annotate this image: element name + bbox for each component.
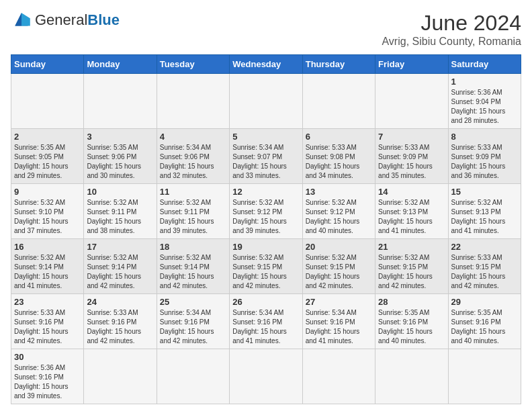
calendar-cell [375,74,448,129]
day-number: 13 [306,187,372,197]
day-info: Sunrise: 5:32 AM Sunset: 9:13 PM Dayligh… [378,198,445,236]
day-number: 1 [451,77,518,87]
header: GeneralBlue June 2024 Avrig, Sibiu Count… [11,11,521,48]
calendar-cell: 23Sunrise: 5:33 AM Sunset: 9:16 PM Dayli… [11,294,84,349]
day-number: 6 [306,132,372,142]
day-number: 17 [87,242,153,252]
location-title: Avrig, Sibiu County, Romania [382,36,521,48]
calendar-cell: 16Sunrise: 5:32 AM Sunset: 9:14 PM Dayli… [11,239,84,294]
header-thursday: Thursday [302,55,375,74]
calendar-cell: 19Sunrise: 5:32 AM Sunset: 9:15 PM Dayli… [230,239,302,294]
day-info: Sunrise: 5:32 AM Sunset: 9:11 PM Dayligh… [87,198,153,236]
day-info: Sunrise: 5:32 AM Sunset: 9:15 PM Dayligh… [378,253,445,291]
logo: GeneralBlue [11,11,120,30]
calendar-cell: 4Sunrise: 5:34 AM Sunset: 9:06 PM Daylig… [157,129,229,184]
day-number: 27 [306,297,372,307]
header-sunday: Sunday [11,55,84,74]
day-info: Sunrise: 5:33 AM Sunset: 9:09 PM Dayligh… [451,143,518,181]
title-area: June 2024 Avrig, Sibiu County, Romania [382,11,521,48]
day-info: Sunrise: 5:33 AM Sunset: 9:16 PM Dayligh… [87,308,153,346]
calendar-header-row: SundayMondayTuesdayWednesdayThursdayFrid… [11,55,521,74]
calendar-cell: 13Sunrise: 5:32 AM Sunset: 9:12 PM Dayli… [302,184,375,239]
day-number: 2 [14,132,81,142]
calendar-week-2: 2Sunrise: 5:35 AM Sunset: 9:05 PM Daylig… [11,129,521,184]
calendar-cell: 5Sunrise: 5:34 AM Sunset: 9:07 PM Daylig… [230,129,302,184]
day-info: Sunrise: 5:34 AM Sunset: 9:16 PM Dayligh… [306,308,372,346]
svg-marker-2 [15,13,21,26]
day-info: Sunrise: 5:32 AM Sunset: 9:14 PM Dayligh… [14,253,81,291]
day-info: Sunrise: 5:35 AM Sunset: 9:16 PM Dayligh… [451,308,518,346]
calendar-cell [230,74,302,129]
day-number: 29 [451,297,518,307]
day-info: Sunrise: 5:33 AM Sunset: 9:09 PM Dayligh… [378,143,445,181]
calendar-week-4: 16Sunrise: 5:32 AM Sunset: 9:14 PM Dayli… [11,239,521,294]
calendar-cell: 11Sunrise: 5:32 AM Sunset: 9:11 PM Dayli… [157,184,229,239]
day-info: Sunrise: 5:32 AM Sunset: 9:14 PM Dayligh… [160,253,226,291]
day-number: 9 [14,187,81,197]
day-number: 30 [14,352,81,362]
calendar-cell: 9Sunrise: 5:32 AM Sunset: 9:10 PM Daylig… [11,184,84,239]
day-number: 23 [14,297,81,307]
calendar-cell: 14Sunrise: 5:32 AM Sunset: 9:13 PM Dayli… [375,184,448,239]
calendar-cell [84,349,157,404]
day-number: 7 [378,132,445,142]
calendar-cell: 21Sunrise: 5:32 AM Sunset: 9:15 PM Dayli… [375,239,448,294]
calendar-cell: 3Sunrise: 5:35 AM Sunset: 9:06 PM Daylig… [84,129,157,184]
day-number: 28 [378,297,445,307]
day-info: Sunrise: 5:33 AM Sunset: 9:08 PM Dayligh… [306,143,372,181]
month-title: June 2024 [382,11,521,36]
day-info: Sunrise: 5:32 AM Sunset: 9:10 PM Dayligh… [14,198,81,236]
calendar-cell: 2Sunrise: 5:35 AM Sunset: 9:05 PM Daylig… [11,129,84,184]
calendar-table: SundayMondayTuesdayWednesdayThursdayFrid… [11,54,521,404]
day-info: Sunrise: 5:34 AM Sunset: 9:16 PM Dayligh… [160,308,226,346]
calendar-cell: 25Sunrise: 5:34 AM Sunset: 9:16 PM Dayli… [157,294,229,349]
calendar-cell: 22Sunrise: 5:33 AM Sunset: 9:15 PM Dayli… [448,239,521,294]
day-number: 14 [378,187,445,197]
svg-marker-1 [21,13,30,26]
day-info: Sunrise: 5:35 AM Sunset: 9:06 PM Dayligh… [87,143,153,181]
day-number: 18 [160,242,226,252]
day-number: 26 [232,297,299,307]
day-number: 19 [232,242,299,252]
day-info: Sunrise: 5:32 AM Sunset: 9:15 PM Dayligh… [306,253,372,291]
calendar-cell [302,349,375,404]
header-friday: Friday [375,55,448,74]
calendar-cell: 24Sunrise: 5:33 AM Sunset: 9:16 PM Dayli… [84,294,157,349]
day-info: Sunrise: 5:32 AM Sunset: 9:14 PM Dayligh… [87,253,153,291]
day-info: Sunrise: 5:32 AM Sunset: 9:11 PM Dayligh… [160,198,226,236]
header-monday: Monday [84,55,157,74]
day-info: Sunrise: 5:34 AM Sunset: 9:07 PM Dayligh… [232,143,299,181]
calendar-week-5: 23Sunrise: 5:33 AM Sunset: 9:16 PM Dayli… [11,294,521,349]
day-number: 24 [87,297,153,307]
calendar-cell [11,74,84,129]
calendar-cell: 20Sunrise: 5:32 AM Sunset: 9:15 PM Dayli… [302,239,375,294]
day-info: Sunrise: 5:34 AM Sunset: 9:16 PM Dayligh… [232,308,299,346]
day-info: Sunrise: 5:32 AM Sunset: 9:12 PM Dayligh… [232,198,299,236]
day-number: 5 [232,132,299,142]
calendar-cell: 26Sunrise: 5:34 AM Sunset: 9:16 PM Dayli… [230,294,302,349]
day-info: Sunrise: 5:36 AM Sunset: 9:16 PM Dayligh… [14,363,81,401]
day-number: 11 [160,187,226,197]
calendar-cell: 29Sunrise: 5:35 AM Sunset: 9:16 PM Dayli… [448,294,521,349]
calendar-cell: 18Sunrise: 5:32 AM Sunset: 9:14 PM Dayli… [157,239,229,294]
day-info: Sunrise: 5:33 AM Sunset: 9:15 PM Dayligh… [451,253,518,291]
day-number: 16 [14,242,81,252]
logo-blue: Blue [87,11,120,28]
calendar-week-6: 30Sunrise: 5:36 AM Sunset: 9:16 PM Dayli… [11,349,521,404]
logo-icon [11,11,32,30]
calendar-cell [302,74,375,129]
day-info: Sunrise: 5:32 AM Sunset: 9:15 PM Dayligh… [232,253,299,291]
calendar-cell: 27Sunrise: 5:34 AM Sunset: 9:16 PM Dayli… [302,294,375,349]
day-info: Sunrise: 5:34 AM Sunset: 9:06 PM Dayligh… [160,143,226,181]
day-info: Sunrise: 5:35 AM Sunset: 9:16 PM Dayligh… [378,308,445,346]
logo-text: GeneralBlue [35,11,120,29]
calendar-cell [448,349,521,404]
day-info: Sunrise: 5:32 AM Sunset: 9:13 PM Dayligh… [451,198,518,236]
calendar-cell [230,349,302,404]
day-number: 21 [378,242,445,252]
day-info: Sunrise: 5:32 AM Sunset: 9:12 PM Dayligh… [306,198,372,236]
day-number: 4 [160,132,226,142]
calendar-week-1: 1Sunrise: 5:36 AM Sunset: 9:04 PM Daylig… [11,74,521,129]
day-info: Sunrise: 5:35 AM Sunset: 9:05 PM Dayligh… [14,143,81,181]
day-number: 15 [451,187,518,197]
